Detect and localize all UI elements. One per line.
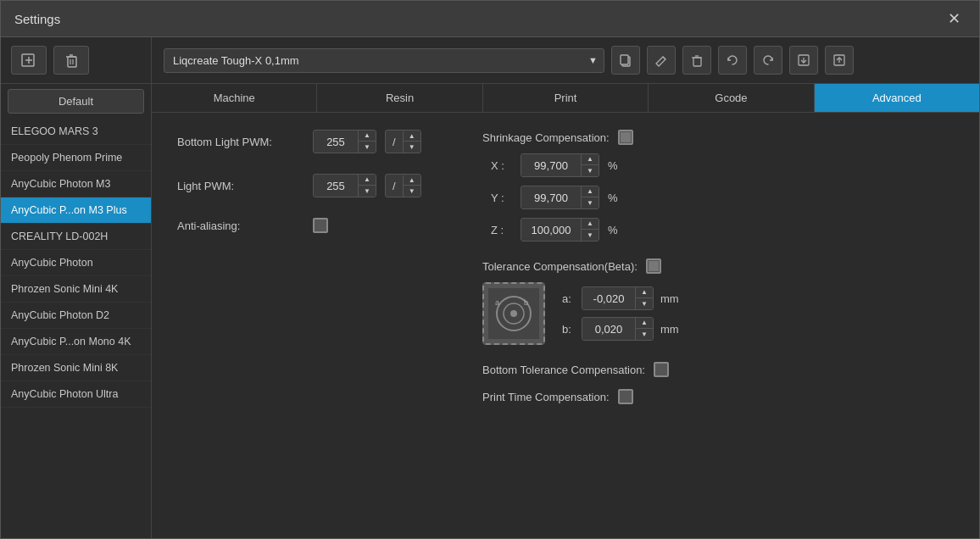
profile-dropdown[interactable]: Liqcreate Tough-X 0,1mm [164, 48, 604, 73]
default-button[interactable]: Default [8, 89, 144, 114]
b-spinbox: ▲ ▼ [582, 317, 654, 341]
sidebar-item-3[interactable]: AnyCubic P...on M3 Plus [1, 197, 151, 224]
sidebar-item-0[interactable]: ELEGOO MARS 3 [1, 119, 151, 145]
tab-machine[interactable]: Machine [152, 84, 317, 112]
print-time-label: Print Time Compensation: [482, 391, 610, 403]
a-up[interactable]: ▲ [636, 287, 653, 298]
a-row: a: ▲ ▼ mm [562, 286, 679, 310]
refresh-button[interactable] [718, 46, 747, 75]
light-pwm-spinbox: ▲ ▼ [313, 174, 376, 197]
sidebar-item-5[interactable]: AnyCubic Photon [1, 250, 151, 276]
bottom-light-pwm-arrows: ▲ ▼ [358, 131, 376, 153]
dialog-title: Settings [14, 12, 60, 26]
svg-text:a: a [495, 298, 499, 307]
a-input[interactable] [582, 288, 635, 309]
bottom-divider-down[interactable]: ▼ [404, 142, 420, 153]
z-down[interactable]: ▼ [582, 230, 599, 241]
add-profile-button[interactable] [11, 46, 47, 75]
svg-rect-11 [693, 58, 701, 66]
undo-button[interactable] [754, 46, 782, 75]
bottom-light-pwm-input[interactable] [314, 131, 358, 153]
sidebar-item-8[interactable]: AnyCubic P...on Mono 4K [1, 329, 151, 355]
bottom-checks: Bottom Tolerance Compensation: Print Tim… [482, 362, 954, 404]
svg-rect-19 [649, 261, 659, 271]
print-time-checkbox[interactable] [618, 389, 633, 404]
z-input[interactable] [521, 219, 581, 241]
light-pwm-up[interactable]: ▲ [359, 175, 376, 186]
x-up[interactable]: ▲ [582, 154, 599, 165]
tolerance-header: Tolerance Compensation(Beta): [482, 258, 954, 274]
a-arrows: ▲ ▼ [635, 287, 653, 309]
export-button[interactable] [789, 46, 818, 75]
x-input[interactable] [521, 155, 581, 176]
tolerance-body: a b a: ▲ [482, 282, 954, 345]
anti-aliasing-checkbox[interactable] [313, 218, 328, 233]
sidebar-item-4[interactable]: CREALITY LD-002H [1, 224, 151, 250]
sidebar-item-2[interactable]: AnyCubic Photon M3 [1, 171, 151, 197]
sidebar: Default ELEGOO MARS 3 Peopoly Phenom Pri… [1, 37, 152, 538]
title-bar: Settings ✕ [1, 1, 979, 37]
sidebar-item-7[interactable]: AnyCubic Photon D2 [1, 303, 151, 329]
bottom-divider-up[interactable]: ▲ [404, 131, 420, 142]
light-divider-down[interactable]: ▼ [404, 186, 420, 197]
y-down[interactable]: ▼ [582, 197, 599, 208]
b-label: b: [562, 323, 575, 336]
tab-advanced[interactable]: Advanced [815, 84, 979, 112]
tolerance-ab: a: ▲ ▼ mm [562, 286, 679, 341]
close-button[interactable]: ✕ [943, 9, 966, 28]
a-mm-label: mm [660, 292, 679, 305]
sidebar-item-6[interactable]: Phrozen Sonic Mini 4K [1, 276, 151, 303]
bottom-light-pwm-down[interactable]: ▼ [359, 142, 376, 153]
y-arrows: ▲ ▼ [581, 186, 599, 208]
bottom-light-pwm-slash: / [386, 131, 404, 153]
z-row: Z : ▲ ▼ % [482, 218, 954, 242]
tab-print[interactable]: Print [483, 84, 649, 112]
print-time-row: Print Time Compensation: [482, 389, 954, 404]
y-row: Y : ▲ ▼ % [482, 186, 954, 209]
toolbar-row: Liqcreate Tough-X 0,1mm [152, 37, 979, 84]
import-button[interactable] [825, 46, 854, 75]
anti-aliasing-label: Anti-aliasing: [177, 219, 304, 232]
b-input[interactable] [582, 319, 635, 340]
x-down[interactable]: ▼ [582, 165, 599, 176]
sidebar-item-10[interactable]: AnyCubic Photon Ultra [1, 381, 151, 408]
b-down[interactable]: ▼ [636, 329, 653, 340]
edit-profile-button[interactable] [647, 46, 676, 75]
z-arrows: ▲ ▼ [581, 219, 599, 241]
copy-profile-button[interactable] [611, 46, 640, 75]
y-spinbox: ▲ ▼ [521, 186, 599, 209]
z-spinbox: ▲ ▼ [521, 218, 599, 242]
tolerance-section: Tolerance Compensation(Beta): [482, 258, 954, 345]
a-down[interactable]: ▼ [636, 298, 653, 309]
bottom-light-pwm-up[interactable]: ▲ [359, 131, 376, 142]
light-divider-up[interactable]: ▲ [404, 175, 420, 186]
delete-profile-button[interactable] [53, 46, 89, 75]
sidebar-item-9[interactable]: Phrozen Sonic Mini 8K [1, 355, 151, 381]
tab-gcode[interactable]: Gcode [649, 84, 814, 112]
a-label: a: [562, 292, 575, 305]
z-up[interactable]: ▲ [582, 219, 599, 230]
bottom-light-pwm-divider: / ▲ ▼ [385, 130, 421, 153]
light-pwm-down[interactable]: ▼ [359, 186, 376, 197]
z-label: Z : [491, 224, 512, 236]
light-pwm-slash: / [386, 175, 404, 197]
bottom-tolerance-label: Bottom Tolerance Compensation: [482, 364, 645, 376]
y-input[interactable] [521, 187, 581, 208]
z-percent: % [608, 224, 618, 236]
tolerance-checkbox[interactable] [646, 258, 661, 274]
bottom-tolerance-checkbox[interactable] [654, 362, 669, 377]
y-up[interactable]: ▲ [582, 186, 599, 197]
shrinkage-checkbox[interactable] [618, 130, 633, 145]
tolerance-label: Tolerance Compensation(Beta): [482, 260, 638, 273]
b-up[interactable]: ▲ [636, 318, 653, 329]
tab-resin[interactable]: Resin [317, 84, 482, 112]
x-label: X : [491, 159, 512, 172]
bottom-tolerance-row: Bottom Tolerance Compensation: [482, 362, 954, 377]
light-pwm-input[interactable] [314, 175, 358, 197]
delete-toolbar-button[interactable] [682, 46, 711, 75]
x-spinbox: ▲ ▼ [521, 153, 599, 177]
svg-point-23 [510, 310, 517, 317]
sidebar-item-1[interactable]: Peopoly Phenom Prime [1, 145, 151, 171]
bottom-light-pwm-label: Bottom Light PWM: [177, 136, 304, 148]
light-pwm-label: Light PWM: [177, 180, 304, 192]
